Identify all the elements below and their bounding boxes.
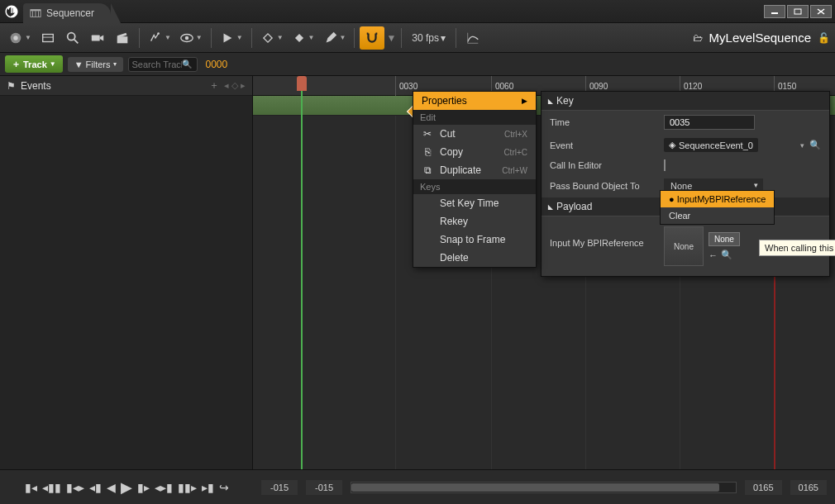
step-forward-key-button[interactable]: ▮▮▸ bbox=[178, 481, 197, 494]
dropdown-option-clear[interactable]: Clear bbox=[661, 207, 774, 224]
svg-rect-21 bbox=[295, 33, 303, 41]
menu-item-rekey[interactable]: Rekey bbox=[413, 212, 536, 231]
range-scroll-thumb[interactable] bbox=[351, 483, 719, 492]
svg-rect-1 bbox=[31, 9, 41, 11]
view-range-start[interactable]: -015 bbox=[306, 480, 342, 495]
browse-icon[interactable]: 🔍 bbox=[809, 140, 821, 150]
window-minimize-button[interactable] bbox=[764, 5, 785, 18]
fps-dropdown[interactable]: 30 fps▾ bbox=[407, 32, 451, 44]
menu-item-cut[interactable]: ✂CutCtrl+X bbox=[413, 125, 536, 143]
view-range-end[interactable]: 0165 bbox=[745, 480, 781, 495]
step-back-key-button[interactable]: ◂▮▮ bbox=[42, 481, 61, 494]
play-reverse-button[interactable]: ◀ bbox=[107, 481, 116, 494]
time-input[interactable] bbox=[664, 115, 755, 130]
search-tracks-input[interactable]: 🔍 bbox=[128, 57, 198, 72]
menu-section-edit: Edit bbox=[413, 110, 536, 125]
director-button[interactable] bbox=[111, 26, 134, 50]
ue-logo-icon bbox=[0, 0, 23, 23]
step-back-button[interactable]: ◂▮ bbox=[89, 481, 102, 494]
working-range-start[interactable]: -015 bbox=[261, 480, 298, 495]
menu-item-set-key-time[interactable]: Set Key Time bbox=[413, 194, 536, 212]
step-back-pair-button[interactable]: ▮◂▸ bbox=[66, 481, 84, 494]
render-button[interactable] bbox=[86, 26, 109, 50]
menu-item-duplicate[interactable]: ⧉DuplicateCtrl+W bbox=[413, 161, 536, 179]
track-nudge-controls[interactable]: ◂ ◇ ▸ bbox=[224, 80, 246, 91]
menu-item-snap-to-frame[interactable]: Snap to Frame bbox=[413, 231, 536, 249]
event-label: Event bbox=[550, 140, 657, 150]
step-forward-button[interactable]: ▮▸ bbox=[137, 481, 150, 494]
add-track-button[interactable]: ＋Track▼ bbox=[5, 55, 63, 73]
svg-point-13 bbox=[68, 32, 75, 40]
key-all-button[interactable]: ▼ bbox=[257, 26, 287, 50]
svg-rect-20 bbox=[264, 33, 272, 41]
snap-toggle-button[interactable] bbox=[360, 26, 384, 50]
fps-label: 30 fps bbox=[412, 32, 439, 44]
add-section-button[interactable]: ＋ bbox=[209, 78, 219, 93]
payload-input-label: Input My BPIReference bbox=[550, 226, 657, 248]
copy-icon: ⎘ bbox=[422, 146, 433, 158]
pass-bound-dropdown-popup: InputMyBPIReference Clear bbox=[660, 190, 775, 225]
section-header-key[interactable]: Key bbox=[542, 92, 829, 111]
window-maximize-button[interactable] bbox=[787, 5, 809, 18]
payload-asset-dropdown[interactable]: None bbox=[709, 232, 740, 246]
call-in-editor-label: Call In Editor bbox=[550, 160, 657, 170]
sequencer-tab-icon bbox=[30, 7, 41, 19]
menu-item-delete[interactable]: Delete bbox=[413, 249, 536, 267]
svg-point-19 bbox=[185, 36, 189, 40]
add-track-label: Track bbox=[23, 59, 47, 69]
step-forward-pair-button[interactable]: ◂▸▮ bbox=[155, 481, 173, 494]
tab-title: Sequencer bbox=[46, 7, 94, 19]
timeline-range-scrollbar[interactable] bbox=[351, 482, 737, 493]
save-button[interactable]: ▼ bbox=[5, 26, 35, 50]
track-row-events[interactable]: ⚑ Events ＋ ◂ ◇ ▸ bbox=[0, 76, 252, 96]
event-reference[interactable]: ◈SequenceEvent_0 bbox=[664, 138, 758, 152]
time-label: Time bbox=[550, 117, 657, 127]
call-in-editor-checkbox[interactable] bbox=[664, 159, 666, 171]
search-icon: 🔍 bbox=[182, 59, 192, 69]
svg-rect-6 bbox=[794, 9, 801, 14]
svg-rect-11 bbox=[43, 34, 54, 41]
tooltip: When calling this bbox=[759, 240, 835, 256]
tab-sequencer[interactable]: Sequencer bbox=[23, 3, 111, 23]
use-selected-icon[interactable]: ← bbox=[709, 250, 718, 260]
goto-end-button[interactable]: ▸▮ bbox=[202, 481, 214, 494]
asset-thumbnail[interactable]: None bbox=[664, 226, 704, 266]
filters-button[interactable]: ▼Filters▾ bbox=[68, 57, 123, 72]
play-forward-button[interactable]: ▶ bbox=[121, 478, 132, 497]
goto-start-button[interactable]: ▮◂ bbox=[25, 481, 37, 494]
menu-item-properties[interactable]: Properties ▶ bbox=[413, 92, 536, 110]
browse-asset-icon[interactable]: 🔍 bbox=[721, 250, 732, 260]
keyframe-context-menu: Properties ▶ Edit ✂CutCtrl+X ⎘CopyCtrl+C… bbox=[413, 91, 537, 268]
search-tracks-field[interactable] bbox=[132, 59, 182, 69]
breadcrumb-folder-icon[interactable]: 🗁 bbox=[693, 32, 703, 44]
function-icon: ◈ bbox=[669, 140, 675, 150]
sequence-name[interactable]: MyLevelSequence bbox=[709, 31, 811, 45]
dropdown-option-inputmybpireference[interactable]: InputMyBPIReference bbox=[661, 191, 774, 207]
svg-point-17 bbox=[157, 32, 160, 35]
edit-mode-button[interactable]: ▼ bbox=[320, 26, 350, 50]
flag-icon: ⚑ bbox=[7, 80, 16, 92]
actions-button[interactable]: ▼ bbox=[145, 26, 174, 50]
auto-key-button[interactable]: ▼ bbox=[289, 26, 318, 50]
menu-item-copy[interactable]: ⎘CopyCtrl+C bbox=[413, 143, 536, 161]
svg-line-14 bbox=[74, 39, 79, 43]
event-dropdown-chevron[interactable]: ▾ bbox=[800, 141, 804, 150]
current-frame-display[interactable]: 0000 bbox=[206, 59, 228, 70]
window-close-button[interactable] bbox=[810, 5, 832, 18]
cut-icon: ✂ bbox=[422, 128, 433, 140]
search-button[interactable] bbox=[61, 26, 84, 50]
loop-button[interactable]: ↪ bbox=[219, 481, 229, 494]
find-in-cb-button[interactable] bbox=[36, 26, 60, 50]
view-options-button[interactable]: ▼ bbox=[176, 26, 206, 50]
play-button[interactable]: ▼ bbox=[217, 26, 246, 50]
lock-icon[interactable]: 🔓 bbox=[818, 32, 830, 44]
menu-section-keys: Keys bbox=[413, 179, 536, 194]
curve-editor-button[interactable] bbox=[461, 26, 484, 50]
svg-point-10 bbox=[13, 36, 17, 40]
menu-label: Properties bbox=[422, 95, 467, 107]
playhead[interactable] bbox=[301, 76, 303, 469]
duplicate-icon: ⧉ bbox=[422, 164, 433, 176]
pass-bound-label: Pass Bound Object To bbox=[550, 181, 657, 191]
working-range-end[interactable]: 0165 bbox=[790, 480, 827, 495]
events-track-label: Events bbox=[21, 80, 204, 92]
